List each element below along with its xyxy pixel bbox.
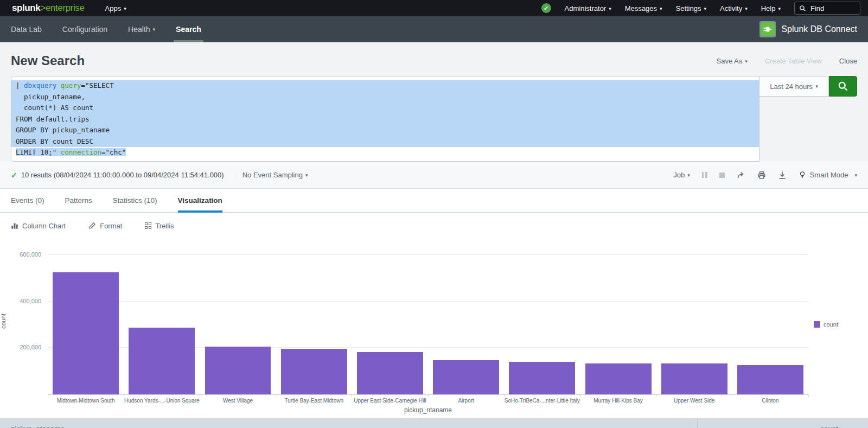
chevron-down-icon: ▾: [815, 84, 818, 89]
bar-10[interactable]: [737, 365, 803, 394]
menu-settings[interactable]: Settings▾: [676, 4, 707, 12]
bar-5[interactable]: [357, 352, 423, 394]
x-tick-label: West Village: [195, 398, 280, 404]
chevron-down-icon: ▾: [745, 59, 748, 64]
y-tick-label: 400,000: [20, 298, 41, 304]
db-connect-plug-icon: [760, 21, 776, 37]
bar-slot: Murray Hill-Kips Bay: [580, 246, 656, 394]
smart-mode-menu[interactable]: Smart Mode▾: [799, 171, 857, 179]
y-tick-label: 200,000: [20, 344, 41, 350]
health-status-icon[interactable]: ✓: [541, 3, 551, 13]
plot-area: 200,000400,000600,000 Midtown-Midtown So…: [48, 246, 808, 395]
chevron-down-icon: ▾: [704, 6, 706, 11]
share-icon[interactable]: [737, 171, 745, 180]
chart-type-picker[interactable]: Column Chart: [11, 222, 66, 230]
menu-help[interactable]: Help▾: [761, 4, 781, 12]
column-header-count[interactable]: count: [697, 418, 868, 428]
column-chart-icon: [11, 222, 18, 229]
app-identity[interactable]: Splunk DB Connect: [760, 16, 857, 42]
menu-administrator[interactable]: Administrator▾: [565, 4, 611, 12]
bar-slot: Upper West Side: [656, 246, 732, 394]
close-button[interactable]: Close: [839, 57, 857, 65]
chevron-down-icon: ▾: [660, 6, 662, 11]
search-icon: [838, 81, 848, 92]
search-button[interactable]: [829, 76, 857, 97]
create-table-view-button[interactable]: Create Table View: [765, 57, 822, 65]
pencil-icon: [88, 222, 96, 229]
search-icon: [799, 5, 806, 12]
print-icon[interactable]: [757, 171, 766, 180]
x-tick-label: Clinton: [728, 398, 813, 404]
tab-patterns[interactable]: Patterns: [65, 189, 92, 212]
stop-icon[interactable]: [719, 173, 725, 178]
bar-2[interactable]: [129, 328, 195, 394]
bar-slot: West Village: [200, 246, 276, 394]
chevron-down-icon: ▾: [609, 6, 611, 11]
y-axis-title: count: [0, 305, 7, 337]
column-header-pickup-ntaname[interactable]: pickup_ntaname: [0, 418, 697, 428]
bar-1[interactable]: [53, 272, 119, 394]
bar-9[interactable]: [661, 363, 727, 394]
query-line: ORDER BY count DESC: [11, 136, 759, 148]
find-search-box[interactable]: [794, 2, 860, 15]
chevron-down-icon: ▾: [778, 6, 781, 11]
menu-messages[interactable]: Messages▾: [625, 4, 662, 12]
splunk-logo[interactable]: splunk>enterprise: [12, 3, 85, 14]
query-line: pickup_ntaname,: [11, 92, 759, 103]
x-tick-label: Murray Hill-Kips Bay: [576, 398, 660, 404]
bar-slot: Upper East Side-Carnegie Hill: [352, 246, 428, 394]
nav-item-configuration[interactable]: Configuration: [62, 16, 107, 42]
chevron-down-icon: ▾: [745, 6, 748, 11]
y-tick-label: 600,000: [20, 251, 41, 258]
format-button[interactable]: Format: [88, 222, 122, 230]
bar-4[interactable]: [281, 349, 347, 394]
chevron-down-icon: ▾: [153, 27, 156, 32]
menu-activity[interactable]: Activity▾: [720, 4, 748, 12]
search-query[interactable]: | dbxquery query="SELECT pickup_ntaname,…: [11, 76, 760, 162]
save-as-button[interactable]: Save As▾: [716, 57, 747, 65]
bar-slot: Clinton: [732, 246, 808, 394]
chevron-down-icon: ▾: [854, 173, 857, 178]
legend-label: count: [824, 321, 838, 328]
x-tick-label: SoHo-TriBeCa-...nter-Little Italy: [500, 398, 584, 404]
chevron-down-icon: ▾: [687, 173, 690, 178]
bar-7[interactable]: [509, 362, 575, 394]
x-tick-label: Upper East Side-Carnegie Hill: [348, 398, 432, 404]
chevron-down-icon: ▾: [305, 173, 308, 178]
apps-menu[interactable]: Apps▾: [105, 4, 126, 12]
results-bar: ✓ 10 results (08/04/2024 11:00:00.000 to…: [0, 162, 868, 189]
result-tabs: Events (0) Patterns Statistics (10) Visu…: [0, 189, 868, 213]
tab-statistics[interactable]: Statistics (10): [113, 189, 157, 212]
bar-slot: Turtle Bay-East Midtown: [276, 246, 352, 394]
time-range-picker[interactable]: Last 24 hours▾: [760, 76, 829, 97]
query-line: count(*) AS count: [11, 103, 759, 114]
download-icon[interactable]: [778, 171, 787, 180]
page-header: New Search Save As▾ Create Table View Cl…: [0, 42, 868, 76]
bar-slot: Hudson Yards-...-Union Square: [124, 246, 200, 394]
legend-item-count[interactable]: count: [814, 321, 838, 328]
x-axis-title: pickup_ntaname: [48, 406, 808, 414]
nav-item-search[interactable]: Search: [176, 16, 201, 42]
page-title: New Search: [11, 53, 85, 68]
tab-events[interactable]: Events (0): [11, 189, 44, 212]
nav-item-health[interactable]: Health▾: [128, 16, 155, 42]
search-bar: | dbxquery query="SELECT pickup_ntaname,…: [11, 76, 857, 162]
bar-6[interactable]: [433, 360, 499, 394]
x-tick-label: Turtle Bay-East Midtown: [272, 398, 356, 404]
x-tick-label: Midtown-Midtown South: [43, 398, 128, 404]
find-input[interactable]: [809, 4, 856, 13]
job-menu[interactable]: Job▾: [673, 171, 690, 179]
results-summary: 10 results (08/04/2024 11:00:00.000 to 0…: [21, 171, 224, 179]
nav-item-data-lab[interactable]: Data Lab: [11, 16, 42, 42]
bar-8[interactable]: [585, 363, 652, 394]
app-title: Splunk DB Connect: [781, 24, 857, 34]
trellis-button[interactable]: Trellis: [145, 222, 174, 230]
chevron-down-icon: ▾: [124, 6, 126, 11]
bar-slot: SoHo-TriBeCa-...nter-Little Italy: [504, 246, 580, 394]
pause-icon[interactable]: [702, 172, 707, 178]
x-tick-label: Upper West Side: [652, 398, 737, 404]
tab-visualization[interactable]: Visualization: [178, 189, 222, 212]
bar-3[interactable]: [205, 347, 271, 394]
event-sampling-menu[interactable]: No Event Sampling▾: [242, 171, 308, 179]
success-check-icon: ✓: [11, 171, 17, 180]
